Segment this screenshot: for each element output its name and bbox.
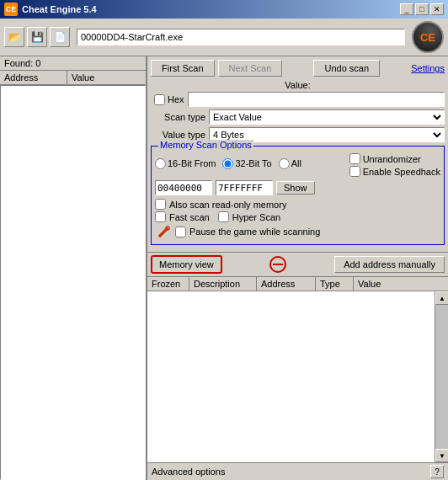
- pause-row: Pause the game while scanning: [175, 227, 320, 237]
- speedhack-label: Enable Speedhack: [349, 166, 440, 177]
- advanced-options-link[interactable]: Advanced options: [152, 467, 225, 477]
- scan-area: First Scan Next Scan Undo scan Settings …: [147, 56, 448, 252]
- first-scan-button[interactable]: First Scan: [151, 60, 215, 77]
- memory-view-button[interactable]: Memory view: [151, 255, 222, 274]
- ce-logo: CE: [412, 21, 444, 53]
- bottom-toolbar: Memory view Add address manually: [147, 252, 448, 277]
- value-input[interactable]: [188, 92, 445, 107]
- frozen-header: Frozen: [147, 277, 189, 291]
- address-list-scrollbar: ▲ ▼: [435, 291, 448, 462]
- delete-icon[interactable]: [269, 256, 286, 273]
- add-address-button[interactable]: Add address manually: [334, 256, 445, 273]
- hex-checkbox[interactable]: [154, 94, 165, 105]
- from-input[interactable]: 00400000: [155, 180, 212, 195]
- main-window: CE Cheat Engine 5.4 _ □ ✕ 📂 💾 📄 00000DD4…: [0, 0, 448, 480]
- all-radio[interactable]: [279, 158, 290, 169]
- title-bar-left: CE Cheat Engine 5.4: [4, 3, 97, 16]
- bit16-radio[interactable]: [155, 158, 166, 169]
- memory-scan-title: Memory Scan Options: [158, 140, 253, 150]
- scan-results-list: [0, 85, 146, 480]
- content-area: Found: 0 Address Value First Scan Next S…: [0, 56, 448, 480]
- hex-row: Hex: [151, 92, 445, 107]
- app-icon: CE: [4, 3, 18, 16]
- title-bar: CE Cheat Engine 5.4 _ □ ✕: [0, 0, 448, 19]
- hyper-scan-row: Hyper Scan: [218, 211, 280, 222]
- list-header: Address Value: [0, 71, 146, 85]
- show-button[interactable]: Show: [276, 181, 315, 195]
- wrench-icon[interactable]: [155, 224, 172, 241]
- hyper-scan-checkbox[interactable]: [218, 211, 229, 222]
- also-scan-row: Also scan read-only memory: [155, 199, 440, 210]
- fast-scan-row: Fast scan: [155, 211, 210, 222]
- scroll-up-button[interactable]: ▲: [435, 291, 448, 305]
- hex-label: Hex: [168, 94, 184, 104]
- addr-header: Address: [257, 277, 316, 291]
- open-button[interactable]: 📂: [4, 27, 24, 47]
- memory-scan-options: Memory Scan Options 16-Bit From 32-Bit T…: [151, 146, 445, 245]
- help-button[interactable]: ?: [430, 465, 444, 478]
- also-scan-label: Also scan read-only memory: [169, 200, 286, 210]
- bit32-radio[interactable]: [222, 158, 233, 169]
- bit-radio-group: 16-Bit From 32-Bit To All: [155, 158, 301, 169]
- value-type-label: Value type: [151, 130, 205, 140]
- to-input[interactable]: 7FFFFFFF: [216, 180, 273, 195]
- speedhack-checkbox[interactable]: [349, 166, 360, 177]
- undo-scan-button[interactable]: Undo scan: [313, 60, 380, 77]
- settings-link[interactable]: Settings: [411, 63, 445, 73]
- description-header: Description: [189, 277, 257, 291]
- address-list-header: Frozen Description Address Type Value: [147, 277, 448, 291]
- scan-type-row: Scan type Exact Value: [151, 109, 445, 125]
- maximize-button[interactable]: □: [415, 3, 429, 15]
- value-label: Value:: [151, 80, 445, 90]
- process-name: 00000DD4-StarCraft.exe: [81, 32, 183, 42]
- close-button[interactable]: ✕: [430, 3, 444, 15]
- address-list-body: ▲ ▼: [147, 291, 448, 462]
- bit16-radio-label: 16-Bit From: [155, 158, 216, 169]
- left-panel: Found: 0 Address Value: [0, 56, 147, 480]
- status-bar: Advanced options ?: [147, 462, 448, 480]
- value-header: Value: [354, 277, 448, 291]
- window-title: Cheat Engine 5.4: [22, 4, 97, 14]
- saveas-button[interactable]: 📄: [50, 27, 70, 47]
- bit32-radio-label: 32-Bit To: [222, 158, 271, 169]
- type-header: Type: [316, 277, 354, 291]
- title-buttons: _ □ ✕: [400, 3, 444, 15]
- scan-type-select[interactable]: Exact Value: [209, 109, 445, 125]
- right-panel: First Scan Next Scan Undo scan Settings …: [147, 56, 448, 480]
- minimize-button[interactable]: _: [400, 3, 413, 15]
- value-column-header: Value: [67, 71, 146, 84]
- pause-checkbox[interactable]: [175, 227, 186, 237]
- toolbar: 📂 💾 📄 00000DD4-StarCraft.exe CE: [0, 19, 448, 56]
- scan-type-label: Scan type: [151, 112, 205, 122]
- also-scan-checkbox[interactable]: [155, 199, 166, 210]
- address-column-header: Address: [0, 71, 67, 84]
- range-row: 00400000 7FFFFFFF Show: [155, 180, 440, 195]
- process-display: 00000DD4-StarCraft.exe: [77, 29, 405, 45]
- next-scan-button[interactable]: Next Scan: [218, 60, 283, 77]
- all-radio-label: All: [279, 158, 301, 169]
- unrandomizer-checkbox[interactable]: [349, 153, 360, 164]
- fast-scan-checkbox[interactable]: [155, 211, 166, 222]
- found-count: Found: 0: [0, 56, 146, 71]
- scroll-down-button[interactable]: ▼: [435, 449, 448, 462]
- fast-scan-label: Fast scan: [169, 212, 210, 222]
- scroll-thumb: [435, 305, 448, 449]
- address-list-area: Frozen Description Address Type Value ▲ …: [147, 277, 448, 462]
- save-button[interactable]: 💾: [27, 27, 47, 47]
- unrandomizer-label: Unrandomizer: [349, 153, 440, 164]
- hyper-scan-label: Hyper Scan: [232, 212, 280, 222]
- address-list-content: [147, 291, 435, 462]
- pause-label: Pause the game while scanning: [189, 227, 320, 237]
